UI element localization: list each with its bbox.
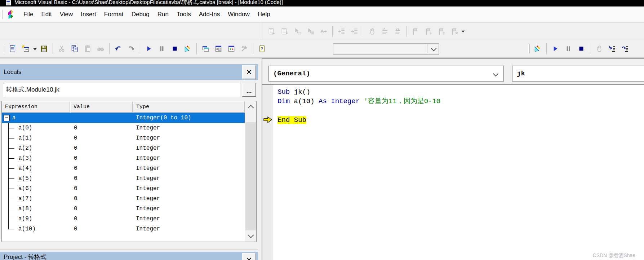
locals-row-a[interactable]: −aInteger(0 to 10) xyxy=(2,113,245,123)
locals-close-button[interactable]: × xyxy=(242,65,256,79)
locals-row-a(8)[interactable]: a(8)0Integer xyxy=(2,204,245,214)
locals-row-a(3)[interactable]: a(3)0Integer xyxy=(2,153,245,163)
toolbar-separator xyxy=(590,43,590,54)
quick-info-button xyxy=(291,25,304,38)
code-editor[interactable]: Sub jk()Dim a(10) As Integer '容量为11，因为是0… xyxy=(262,84,644,260)
insert-userform-button[interactable] xyxy=(19,42,32,55)
find-button xyxy=(94,42,107,55)
break-icon xyxy=(564,45,572,53)
outdent-icon xyxy=(350,27,358,35)
menu-tools[interactable]: Tools xyxy=(173,8,195,21)
column-header-expression[interactable]: Expression xyxy=(2,101,70,113)
toolbar-grip[interactable] xyxy=(4,44,5,53)
locals-window-title-bar[interactable]: Locals xyxy=(0,64,258,80)
design-mode-icon xyxy=(184,45,192,53)
menu-debug[interactable]: Debug xyxy=(128,8,154,21)
dropdown-caret-button[interactable] xyxy=(32,42,37,55)
run-button[interactable] xyxy=(549,42,562,55)
tree-branch-line xyxy=(2,163,18,173)
locals-more-button[interactable]: ... xyxy=(242,83,256,97)
code-window: (General) jk Sub jk()Dim a(10) As Intege… xyxy=(262,58,644,260)
object-dropdown[interactable]: (General) xyxy=(268,66,504,81)
locals-row-a(1)[interactable]: a(1)0Integer xyxy=(2,133,245,143)
menu-view[interactable]: View xyxy=(56,8,77,21)
expression-cell: a(6) xyxy=(18,185,32,192)
project-window-title: Project - 转格式 xyxy=(4,254,46,260)
locals-row-a(2)[interactable]: a(2)0Integer xyxy=(2,143,245,153)
locals-row-a(7)[interactable]: a(7)0Integer xyxy=(2,194,245,204)
column-header-value[interactable]: Value xyxy=(70,101,133,113)
toolbar-options-button[interactable] xyxy=(461,25,466,38)
macro-combo[interactable] xyxy=(333,43,439,55)
reset-button[interactable] xyxy=(575,42,588,55)
toggle-breakpoint-button xyxy=(365,25,378,38)
code-line[interactable] xyxy=(277,106,440,115)
properties-window-button[interactable] xyxy=(212,42,225,55)
scroll-down-icon[interactable] xyxy=(248,232,254,238)
locals-context-box[interactable]: 转格式.Module10.jk xyxy=(3,83,240,97)
collapse-toggle-icon[interactable]: − xyxy=(4,115,10,121)
step-into-button[interactable] xyxy=(605,42,618,55)
project-close-button[interactable]: × xyxy=(242,253,256,260)
standard-toolbar-row: ? xyxy=(0,40,644,58)
procedure-dropdown[interactable]: jk xyxy=(512,66,644,81)
locals-row-a(10)[interactable]: a(10)0Integer xyxy=(2,224,245,234)
column-header-type[interactable]: Type xyxy=(133,101,245,113)
design-mode-button[interactable] xyxy=(531,42,544,55)
type-cell: Integer xyxy=(133,125,245,131)
break-icon xyxy=(158,45,166,53)
step-over-button[interactable] xyxy=(618,42,631,55)
menu-help[interactable]: Help xyxy=(254,8,274,21)
code-line[interactable]: End Sub xyxy=(277,115,440,125)
design-mode-button[interactable] xyxy=(181,42,194,55)
menu-run[interactable]: Run xyxy=(154,8,173,21)
type-cell: Integer xyxy=(133,145,245,151)
undo-button[interactable] xyxy=(112,42,125,55)
scrollbar-thumb[interactable] xyxy=(245,122,256,230)
reset-button[interactable] xyxy=(168,42,181,55)
toolbar-grip[interactable] xyxy=(426,44,427,53)
parameter-info-button xyxy=(304,25,317,38)
close-icon: × xyxy=(246,255,252,260)
object-browser-icon xyxy=(227,45,235,53)
value-cell: 0 xyxy=(70,145,133,151)
code-line[interactable]: Dim a(10) As Integer '容量为11，因为是0-10 xyxy=(277,97,440,106)
toolbar-separator xyxy=(53,43,53,54)
toolbar-separator xyxy=(363,26,363,37)
menu-file[interactable]: File xyxy=(19,8,37,21)
toolbar-grip[interactable] xyxy=(1,10,3,19)
tree-branch-line xyxy=(2,123,18,133)
run-button[interactable] xyxy=(142,42,155,55)
menu-window[interactable]: Window xyxy=(224,8,253,21)
locals-row-a(0)[interactable]: a(0)0Integer xyxy=(2,123,245,133)
locals-row-a(4)[interactable]: a(4)0Integer xyxy=(2,163,245,173)
project-explorer-button[interactable] xyxy=(199,42,212,55)
project-window-title-bar[interactable]: Project - 转格式 xyxy=(0,252,258,260)
toggle-bookmark-icon xyxy=(412,27,419,35)
redo-icon xyxy=(127,45,135,53)
type-cell: Integer xyxy=(133,165,245,172)
menu-addins[interactable]: Add-Ins xyxy=(195,8,224,21)
scroll-up-icon[interactable] xyxy=(248,105,254,111)
menu-insert[interactable]: Insert xyxy=(77,8,100,21)
view-object-button[interactable] xyxy=(6,42,19,55)
locals-row-a(9)[interactable]: a(9)0Integer xyxy=(2,214,245,224)
locals-scrollbar[interactable] xyxy=(245,101,256,242)
tree-branch-line xyxy=(2,224,18,234)
copy-button[interactable] xyxy=(68,42,81,55)
locals-row-a(5)[interactable]: a(5)0Integer xyxy=(2,173,245,184)
help-button[interactable]: ? xyxy=(256,42,268,55)
object-browser-button[interactable] xyxy=(225,42,238,55)
undo-icon xyxy=(114,45,122,53)
clear-bookmarks-icon xyxy=(450,27,458,35)
watermark: CSDN @煮酒Shae xyxy=(593,252,635,259)
locals-row-a(6)[interactable]: a(6)0Integer xyxy=(2,184,245,194)
toolbar-grip[interactable] xyxy=(528,44,530,53)
value-cell: 0 xyxy=(70,125,133,131)
menu-format[interactable]: Format xyxy=(100,8,128,21)
save-button[interactable] xyxy=(37,42,50,55)
margin-indicator-bar[interactable] xyxy=(262,85,273,260)
menu-edit[interactable]: Edit xyxy=(37,8,55,21)
code-line[interactable]: Sub jk() xyxy=(277,87,440,97)
cut-icon xyxy=(58,45,66,53)
